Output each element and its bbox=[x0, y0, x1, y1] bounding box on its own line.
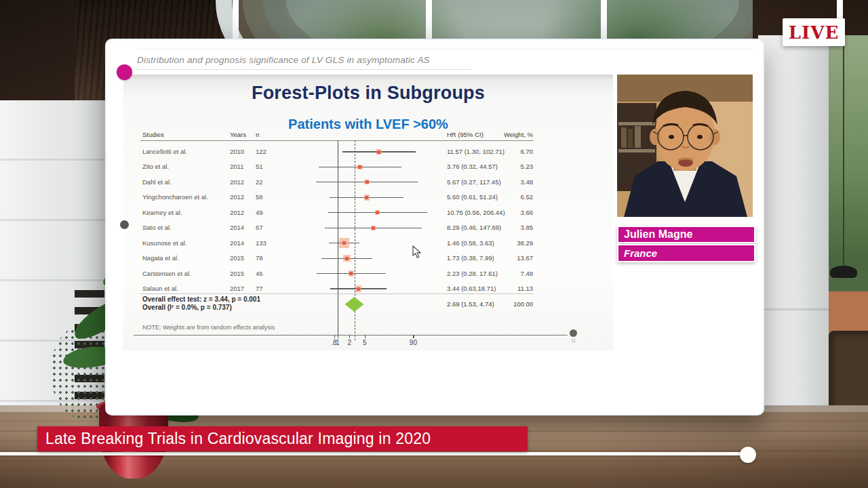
hr-marker bbox=[342, 241, 346, 245]
study-n: 122 bbox=[256, 148, 267, 155]
weights-note: NOTE: Weights are from random effects an… bbox=[142, 324, 275, 331]
progress-knob[interactable] bbox=[740, 447, 756, 463]
hr-marker bbox=[357, 287, 360, 291]
study-label: Carstensen et al. bbox=[142, 270, 191, 277]
slide-subtitle: Patients with LVEF >60% bbox=[123, 117, 613, 132]
annotation-pointer-dot[interactable] bbox=[117, 64, 132, 80]
panel-inner-border bbox=[137, 49, 753, 49]
speaker-portrait bbox=[617, 75, 753, 217]
hr-ci-text: 3.44 (0.63,18.71) bbox=[447, 285, 496, 292]
axis-tick bbox=[338, 335, 338, 338]
study-n: 67 bbox=[256, 224, 263, 231]
axis-tick bbox=[365, 335, 366, 338]
study-year: 2015 bbox=[230, 270, 244, 277]
axis-tick-label: 5 bbox=[359, 339, 371, 346]
hr-ci-text: 1.46 (0.58, 3.63) bbox=[447, 239, 494, 247]
study-n: 58 bbox=[256, 193, 263, 201]
study-n: 78 bbox=[256, 254, 263, 262]
study-label: Zito et al. bbox=[142, 163, 169, 170]
overall-diamond bbox=[345, 297, 364, 312]
weight-text: 6.70 bbox=[490, 148, 533, 155]
study-label: Lancellotti et al. bbox=[142, 148, 187, 155]
axis-tick bbox=[349, 335, 350, 338]
ref-line bbox=[338, 140, 338, 335]
column-header-weight: Weight, % bbox=[490, 131, 533, 138]
live-badge: LIVE bbox=[783, 18, 845, 46]
weight-text: 5.23 bbox=[490, 163, 533, 170]
hr-marker bbox=[376, 211, 379, 214]
column-header-studies: Studies bbox=[142, 131, 164, 138]
axis-line bbox=[134, 335, 568, 336]
axis-tick-label: 90 bbox=[407, 339, 419, 346]
axis-tick bbox=[334, 335, 335, 338]
forest-plot: Forest-Plots in Subgroups Patients with … bbox=[123, 75, 613, 350]
study-label: Nagata et al. bbox=[142, 254, 179, 262]
slide-annotation-dot[interactable] bbox=[570, 329, 577, 337]
study-label: Kearney et al. bbox=[142, 209, 182, 216]
study-n: 22 bbox=[256, 178, 263, 186]
weight-text: 38.29 bbox=[490, 239, 533, 247]
column-header-n: n bbox=[256, 131, 259, 138]
study-n: 51 bbox=[256, 163, 263, 170]
study-year: 2015 bbox=[230, 254, 244, 262]
study-year: 2014 bbox=[230, 224, 244, 231]
webinar-panel: Distribution and prognosis significance … bbox=[105, 39, 764, 415]
study-year: 2014 bbox=[230, 239, 244, 247]
study-n: 46 bbox=[256, 270, 263, 277]
study-year: 2017 bbox=[230, 285, 244, 292]
study-year: 2012 bbox=[230, 209, 244, 216]
column-header-hr: HR (95% CI) bbox=[447, 131, 484, 138]
mouse-cursor bbox=[412, 245, 422, 262]
overall-weight-value: 100.00 bbox=[490, 300, 533, 308]
hr-marker bbox=[365, 196, 368, 199]
overall-effect-test: Overall effect test: z = 3.44, p = 0.001 bbox=[142, 296, 260, 303]
hr-marker bbox=[349, 272, 353, 275]
right-column bbox=[758, 35, 830, 419]
study-n: 77 bbox=[256, 285, 263, 292]
weight-text: 13.67 bbox=[490, 254, 533, 262]
study-label: Sato et al. bbox=[142, 224, 172, 231]
overall-heterogeneity: Overall (I² = 0.0%, p = 0.737) bbox=[142, 304, 232, 311]
study-year: 2010 bbox=[230, 148, 244, 155]
slide-title: Forest-Plots in Subgroups bbox=[123, 83, 613, 104]
right-column-seam bbox=[758, 308, 830, 310]
table-header-rule bbox=[140, 140, 534, 141]
overall-hr-value: 2.69 (1.53, 4.74) bbox=[447, 300, 494, 308]
weight-text: 3.66 bbox=[490, 209, 533, 216]
study-year: 2012 bbox=[230, 193, 244, 201]
speaker-country-banner: France bbox=[617, 244, 755, 262]
pendant-lamp bbox=[830, 266, 857, 278]
slide-annotation-label: 11 bbox=[568, 338, 579, 343]
hr-marker bbox=[377, 150, 380, 154]
column-header-years: Years bbox=[230, 131, 246, 138]
hr-ci-text: 1.73 (0.38, 7.99) bbox=[447, 254, 494, 262]
study-label: Kusunose et al. bbox=[142, 239, 187, 247]
overall-separator-rule bbox=[140, 293, 534, 294]
webinar-stage: Distribution and prognosis significance … bbox=[0, 0, 868, 488]
lower-third-banner: Late Breaking Trials in Cardiovascular I… bbox=[37, 426, 528, 451]
weight-text: 3.48 bbox=[490, 178, 533, 186]
hr-marker bbox=[372, 226, 375, 230]
slide-header-text: Distribution and prognosis significance … bbox=[137, 55, 571, 65]
study-label: Dahl et al. bbox=[142, 178, 172, 186]
header-divider bbox=[137, 69, 471, 70]
study-label: Yingchoncharoen et al. bbox=[142, 193, 208, 201]
progress-bar[interactable] bbox=[0, 452, 744, 455]
study-label: Salaun et al. bbox=[142, 285, 178, 292]
study-year: 2012 bbox=[230, 178, 244, 186]
weight-text: 11.13 bbox=[490, 285, 533, 292]
hr-marker bbox=[345, 257, 349, 260]
speaker-name-banner: Julien Magne bbox=[617, 226, 755, 243]
weight-text: 6.52 bbox=[490, 193, 533, 201]
presentation-slide[interactable]: Forest-Plots in Subgroups Patients with … bbox=[123, 75, 613, 350]
study-n: 133 bbox=[256, 239, 267, 247]
lamp-cord bbox=[843, 38, 844, 267]
drag-handle-dot[interactable] bbox=[120, 220, 129, 229]
weight-text: 3.85 bbox=[490, 224, 533, 231]
hr-marker bbox=[358, 165, 361, 169]
hr-marker bbox=[366, 180, 369, 184]
weight-text: 7.48 bbox=[490, 270, 533, 277]
study-n: 49 bbox=[256, 209, 263, 216]
axis-tick-label: 2 bbox=[343, 339, 355, 346]
speaker-video[interactable] bbox=[617, 75, 753, 217]
